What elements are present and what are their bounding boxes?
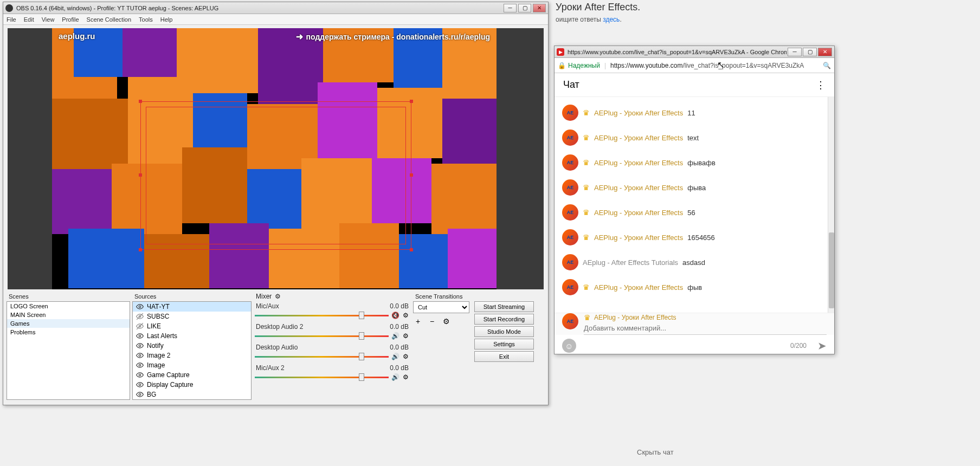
sources-list[interactable]: ЧАТ-YTSUBSCLIKELast AlertsNotifyImage 2I… [132, 301, 252, 400]
chat-author[interactable]: AEPlug - Уроки After Effects [594, 283, 683, 292]
avatar[interactable]: AE [562, 130, 578, 146]
url-field[interactable]: https://www.youtube.com/live_chat?is_pop… [610, 62, 818, 69]
eye-icon[interactable] [136, 332, 144, 340]
chat-input[interactable] [584, 322, 827, 335]
speaker-icon[interactable]: 🔇 [391, 311, 399, 320]
scrollbar[interactable] [828, 97, 834, 313]
eye-icon[interactable] [136, 303, 144, 310]
selection-inner[interactable] [146, 107, 406, 244]
secure-indicator[interactable]: 🔒 Надежный [558, 62, 600, 69]
start-streaming-button[interactable]: Start Streaming [474, 301, 534, 312]
speaker-icon[interactable]: 🔊 [391, 373, 399, 381]
menu-view[interactable]: View [42, 16, 55, 23]
scene-item[interactable]: Games [7, 319, 130, 328]
avatar[interactable]: AE [562, 154, 578, 171]
search-icon[interactable]: 🔍 [822, 61, 831, 70]
plus-icon[interactable]: + [413, 316, 423, 326]
chat-author[interactable]: AEPlug - Уроки After Effects [594, 109, 683, 117]
eye-icon[interactable] [136, 352, 144, 359]
chat-body[interactable]: AE ♛ AEPlug - Уроки After Effects 11 AE … [555, 97, 834, 313]
menu-help[interactable]: Help [160, 16, 173, 23]
menu-scene-collection[interactable]: Scene Collection [87, 16, 132, 23]
eye-icon[interactable] [136, 361, 144, 369]
minimize-button[interactable]: ─ [504, 4, 517, 12]
settings-button[interactable]: Settings [474, 339, 534, 350]
menu-edit[interactable]: Edit [24, 16, 34, 23]
source-item[interactable]: SUBSC [133, 312, 251, 321]
source-item[interactable]: Image 2 [133, 351, 251, 360]
subtext-link[interactable]: здесь [603, 16, 620, 23]
emoji-button[interactable]: ☺ [562, 339, 576, 353]
slider-thumb[interactable] [359, 332, 364, 340]
source-item[interactable]: Last Alerts [133, 331, 251, 341]
obs-titlebar[interactable]: OBS 0.16.4 (64bit, windows) - Profile: Y… [3, 2, 548, 14]
exit-button[interactable]: Exit [474, 351, 534, 362]
chat-author[interactable]: AEplug - After Effects Tutorials [583, 258, 678, 267]
scenes-list[interactable]: LOGO Screen MAIN Screen Games Problems [7, 301, 130, 400]
start-recording-button[interactable]: Start Recording [474, 314, 534, 325]
chat-author[interactable]: AEPlug - Уроки After Effects [594, 209, 683, 217]
menu-tools[interactable]: Tools [139, 16, 153, 23]
source-label: Image [147, 361, 165, 369]
minimize-button[interactable]: ─ [788, 48, 802, 56]
gear-icon[interactable]: ⚙ [401, 352, 410, 361]
source-item[interactable]: ЧАТ-YT [133, 302, 251, 312]
close-button[interactable]: ✕ [818, 48, 832, 56]
avatar[interactable]: AE [562, 279, 578, 295]
close-button[interactable]: ✕ [533, 4, 546, 12]
hide-chat-button[interactable]: Скрыть чат [637, 448, 674, 456]
obs-canvas[interactable]: aeplug.ru поддержать стримера - donation… [52, 28, 497, 289]
transition-select[interactable]: Cut [413, 301, 469, 313]
chat-author[interactable]: AEPlug - Уроки After Effects [594, 159, 683, 167]
gear-icon[interactable]: ⚙ [401, 373, 410, 381]
eye-icon[interactable] [136, 371, 144, 379]
eye-icon[interactable] [136, 342, 144, 350]
source-item[interactable]: LIKE [133, 321, 251, 331]
eye-off-icon[interactable] [136, 322, 144, 330]
avatar[interactable]: AE [562, 229, 578, 245]
slider-thumb[interactable] [359, 373, 364, 381]
maximize-button[interactable]: ▢ [518, 4, 531, 12]
source-item[interactable]: Game Capture [133, 370, 251, 380]
eye-icon[interactable] [136, 381, 144, 389]
scene-item[interactable]: MAIN Screen [7, 310, 130, 319]
source-item[interactable]: Image [133, 360, 251, 370]
scene-item[interactable]: LOGO Screen [7, 302, 130, 310]
chat-menu-icon[interactable]: ⋮ [816, 79, 826, 91]
eye-off-icon[interactable] [136, 313, 144, 320]
mixer-header: Mixer ⚙ [254, 292, 411, 301]
scene-item[interactable]: Problems [7, 328, 130, 336]
obs-preview[interactable]: aeplug.ru поддержать стримера - donation… [8, 28, 544, 289]
volume-slider[interactable] [255, 315, 389, 316]
gear-icon[interactable]: ⚙ [401, 332, 410, 340]
scrollbar-thumb[interactable] [829, 232, 834, 308]
avatar[interactable]: AE [562, 105, 578, 121]
source-item[interactable]: BG [133, 390, 251, 399]
chat-author[interactable]: AEPlug - Уроки After Effects [594, 134, 683, 142]
avatar[interactable]: AE [562, 179, 578, 196]
menu-profile[interactable]: Profile [62, 16, 79, 23]
speaker-icon[interactable]: 🔊 [391, 332, 399, 340]
source-item[interactable]: Notify [133, 341, 251, 351]
volume-slider[interactable] [255, 335, 389, 337]
slider-thumb[interactable] [359, 353, 364, 360]
minus-icon[interactable]: − [427, 316, 437, 326]
eye-icon[interactable] [136, 391, 144, 398]
slider-thumb[interactable] [359, 312, 364, 319]
chat-author[interactable]: AEPlug - Уроки After Effects [594, 184, 683, 192]
speaker-icon[interactable]: 🔊 [391, 352, 399, 361]
studio-mode-button[interactable]: Studio Mode [474, 326, 534, 337]
gear-icon[interactable]: ⚙ [275, 293, 281, 300]
maximize-button[interactable]: ▢ [803, 48, 817, 56]
source-item[interactable]: Display Capture [133, 380, 251, 390]
avatar[interactable]: AE [562, 204, 578, 221]
gear-icon[interactable]: ⚙ [401, 311, 410, 320]
chat-author[interactable]: AEPlug - Уроки After Effects [594, 234, 683, 242]
volume-slider[interactable] [255, 356, 389, 358]
gear-icon[interactable]: ⚙ [441, 316, 451, 326]
avatar[interactable]: AE [562, 254, 578, 270]
volume-slider[interactable] [255, 377, 389, 378]
chrome-titlebar[interactable]: ▶ https://www.youtube.com/live_chat?is_p… [555, 46, 834, 58]
send-button[interactable]: ➤ [817, 339, 827, 352]
menu-file[interactable]: File [7, 16, 16, 23]
